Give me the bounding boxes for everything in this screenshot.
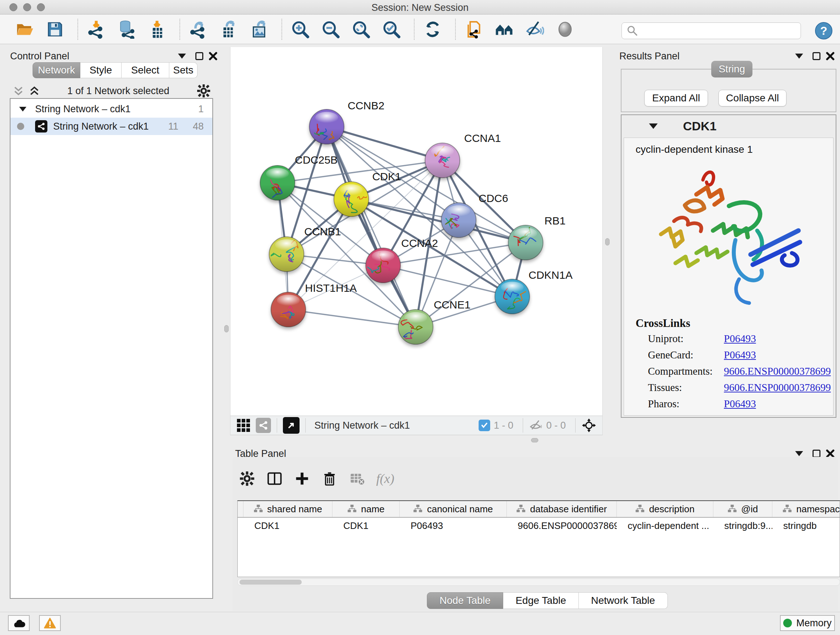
network-node[interactable]: [334, 182, 369, 217]
control-panel-float-icon[interactable]: [195, 52, 203, 60]
grid-view-icon[interactable]: [236, 418, 251, 432]
show-columns-icon[interactable]: [266, 470, 283, 487]
control-panel-collapse-icon[interactable]: [178, 54, 186, 59]
table-options-gear-icon[interactable]: [239, 470, 256, 487]
table-horizontal-scrollbar[interactable]: [237, 578, 840, 586]
export-network-icon[interactable]: [188, 19, 208, 40]
network-edge[interactable]: [327, 127, 442, 160]
table-scrollbar-thumb[interactable]: [240, 580, 302, 585]
delete-column-icon[interactable]: [321, 470, 338, 487]
network-edge[interactable]: [383, 265, 512, 296]
tab-edge-table[interactable]: Edge Table: [503, 592, 579, 609]
table-cell[interactable]: stringdb:9...: [714, 518, 772, 534]
refresh-layout-icon[interactable]: [423, 19, 443, 40]
right-splitter-grip[interactable]: [605, 238, 609, 245]
table-cell[interactable]: cyclin-dependent ...: [617, 518, 714, 534]
search-input[interactable]: [638, 25, 801, 36]
network-node[interactable]: [271, 292, 306, 327]
column-header-description[interactable]: description: [617, 501, 714, 517]
show-panel-eye-icon[interactable]: [555, 19, 575, 40]
search-field[interactable]: [622, 22, 801, 39]
network-node[interactable]: [269, 237, 304, 272]
tab-style[interactable]: Style: [80, 62, 122, 78]
network-node[interactable]: [495, 279, 530, 314]
node-table[interactable]: shared namenamecanonical namedatabase id…: [237, 500, 840, 577]
network-node[interactable]: [441, 203, 476, 238]
column-header--id[interactable]: @id: [714, 501, 772, 517]
results-panel-close-icon[interactable]: [826, 51, 835, 61]
zoom-selected-icon[interactable]: [381, 19, 401, 40]
results-panel-float-icon[interactable]: [813, 52, 821, 60]
network-tree-child-row[interactable]: String Network – cdk1 11 48: [11, 118, 212, 135]
help-button[interactable]: ?: [815, 22, 832, 40]
crosslink-link[interactable]: P06493: [724, 333, 756, 345]
crosslink-link[interactable]: P06493: [724, 398, 756, 410]
crosslink-link[interactable]: P06493: [724, 349, 756, 361]
network-edge[interactable]: [288, 310, 416, 327]
expand-all-chevron-icon[interactable]: [13, 85, 24, 97]
table-cell[interactable]: P06493: [400, 518, 507, 534]
share-document-icon[interactable]: [464, 19, 484, 40]
table-cell[interactable]: stringdb: [772, 518, 840, 534]
save-session-icon[interactable]: [45, 19, 65, 40]
zoom-fit-icon[interactable]: [351, 19, 371, 40]
table-panel-float-icon[interactable]: [813, 450, 821, 458]
cloud-status-button[interactable]: [8, 615, 30, 631]
column-header-shared-name[interactable]: shared name: [243, 501, 332, 517]
function-builder-fx[interactable]: f(x): [376, 471, 394, 486]
network-options-gear-icon[interactable]: [196, 84, 211, 98]
tab-string[interactable]: String: [711, 61, 752, 78]
left-splitter-grip[interactable]: [224, 325, 229, 333]
table-cell[interactable]: CDK1: [332, 518, 400, 534]
open-in-new-window-icon[interactable]: [283, 417, 300, 434]
tab-network[interactable]: Network: [33, 62, 80, 78]
network-svg[interactable]: CCNB2CCNA1CDC25BCDK1CDC6RB1CCNB1CCNA2CDK…: [233, 47, 600, 416]
network-node[interactable]: [260, 165, 295, 200]
protein-card-header[interactable]: CDK1: [622, 115, 836, 137]
zoom-out-icon[interactable]: [321, 19, 341, 40]
protein-collapse-caret-icon[interactable]: [649, 124, 658, 129]
tab-select[interactable]: Select: [122, 62, 169, 78]
open-session-icon[interactable]: [14, 19, 35, 40]
tree-expand-caret-icon[interactable]: [19, 107, 27, 111]
import-network-database-icon[interactable]: [117, 19, 137, 40]
column-header-database-identifier[interactable]: database identifier: [507, 501, 617, 517]
network-node[interactable]: [398, 310, 433, 344]
hide-panel-eye-slash-icon[interactable]: [524, 19, 545, 40]
table-panel-collapse-icon[interactable]: [795, 451, 803, 456]
network-node[interactable]: [366, 248, 401, 283]
network-node[interactable]: [425, 143, 460, 178]
tab-sets[interactable]: Sets: [169, 62, 197, 78]
network-tree-root-row[interactable]: String Network – cdk1 1: [11, 100, 212, 118]
column-header-namespace[interactable]: namespace: [772, 501, 840, 517]
tab-network-table[interactable]: Network Table: [579, 592, 668, 609]
import-table-icon[interactable]: [147, 19, 167, 40]
collapse-all-button[interactable]: Collapse All: [718, 90, 786, 106]
control-panel-close-icon[interactable]: [208, 51, 218, 61]
collapse-all-chevron-icon[interactable]: [28, 85, 40, 97]
expand-all-button[interactable]: Expand All: [644, 90, 708, 106]
import-network-file-icon[interactable]: [86, 19, 106, 40]
delete-table-icon[interactable]: [349, 470, 365, 487]
memory-button[interactable]: Memory: [780, 615, 835, 631]
selected-checkbox-icon[interactable]: [478, 420, 490, 431]
network-view-icon[interactable]: [256, 418, 271, 433]
column-header-name[interactable]: name: [332, 501, 400, 517]
fit-selected-crosshair-icon[interactable]: [581, 418, 597, 433]
zoom-in-icon[interactable]: [290, 19, 310, 40]
crosslink-link[interactable]: 9606.ENSP00000378699: [724, 382, 831, 394]
hidden-eye-slash-icon[interactable]: [529, 418, 543, 432]
warning-status-button[interactable]: [39, 615, 61, 631]
tab-node-table[interactable]: Node Table: [427, 592, 503, 609]
export-table-icon[interactable]: [218, 19, 239, 40]
table-row[interactable]: CDK1CDK1P064939606.ENSP00000378699cyclin…: [238, 518, 840, 534]
column-header-canonical-name[interactable]: canonical name: [400, 501, 507, 517]
network-node[interactable]: [508, 225, 543, 260]
crosslink-link[interactable]: 9606.ENSP00000378699: [724, 365, 831, 377]
results-panel-collapse-icon[interactable]: [795, 54, 803, 59]
add-column-icon[interactable]: [294, 470, 310, 487]
network-node[interactable]: [309, 109, 344, 144]
export-image-icon[interactable]: [249, 19, 269, 40]
table-cell[interactable]: CDK1: [243, 518, 332, 534]
string-home-icon[interactable]: [494, 19, 515, 40]
